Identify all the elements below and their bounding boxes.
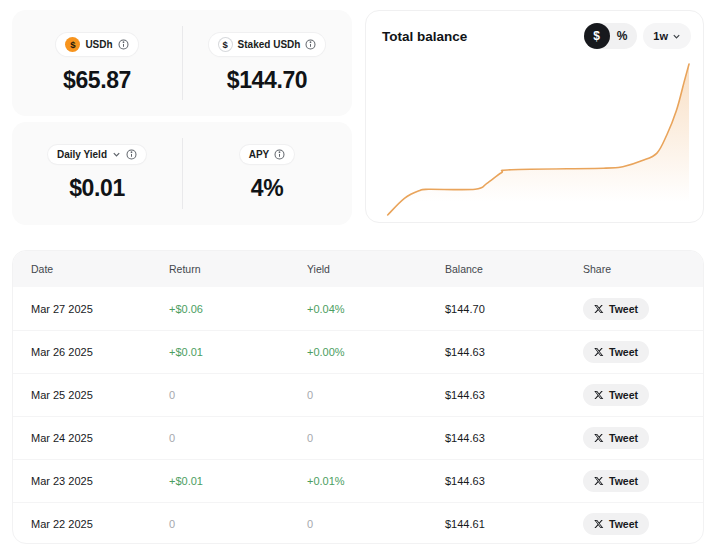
tweet-button-label: Tweet: [609, 518, 638, 530]
table-row: Mar 22 2025 0 0 $144.61 Tweet: [13, 502, 703, 544]
apy-label: APY: [249, 149, 270, 160]
table-header-row: Date Return Yield Balance Share: [13, 251, 703, 287]
balances-card: $ USDh $65.87 $ Staked USDh $144.70: [12, 10, 352, 116]
staked-usdh-badge[interactable]: $ Staked USDh: [209, 33, 326, 56]
usdh-badge[interactable]: $ USDh: [56, 33, 137, 56]
x-logo-icon: [594, 347, 604, 357]
staked-usdh-stat: $ Staked USDh $144.70: [182, 10, 352, 116]
column-header-share: Share: [583, 263, 685, 275]
row-yield: +0.01%: [307, 475, 445, 487]
tweet-button[interactable]: Tweet: [583, 298, 649, 320]
row-balance: $144.63: [445, 432, 583, 444]
row-yield: 0: [307, 518, 445, 530]
x-logo-icon: [594, 390, 604, 400]
daily-yield-value: $0.01: [69, 175, 125, 202]
history-table: Date Return Yield Balance Share Mar 27 2…: [12, 250, 704, 544]
row-return: +$0.01: [169, 475, 307, 487]
apy-value: 4%: [251, 175, 283, 202]
row-date: Mar 24 2025: [31, 432, 169, 444]
x-logo-icon: [594, 304, 604, 314]
table-row: Mar 27 2025 +$0.06 +0.04% $144.70 Tweet: [13, 287, 703, 330]
unit-toggle: $ %: [584, 23, 638, 49]
usdh-stat: $ USDh $65.87: [12, 10, 182, 116]
usdh-coin-icon: $: [65, 37, 80, 52]
daily-yield-stat: Daily Yield $0.01: [12, 122, 182, 225]
column-header-yield: Yield: [307, 263, 445, 275]
table-row: Mar 25 2025 0 0 $144.63 Tweet: [13, 373, 703, 416]
row-date: Mar 27 2025: [31, 303, 169, 315]
daily-yield-label: Daily Yield: [57, 149, 107, 160]
range-label: 1w: [653, 30, 668, 42]
info-icon[interactable]: [305, 39, 316, 50]
tweet-button-label: Tweet: [609, 475, 638, 487]
info-icon[interactable]: [126, 149, 137, 160]
row-balance: $144.63: [445, 475, 583, 487]
staked-usdh-coin-icon: $: [218, 37, 233, 52]
tweet-button[interactable]: Tweet: [583, 427, 649, 449]
row-balance: $144.63: [445, 346, 583, 358]
apy-stat: APY 4%: [182, 122, 352, 225]
tweet-button-label: Tweet: [609, 389, 638, 401]
row-yield: +0.04%: [307, 303, 445, 315]
chevron-down-icon: [672, 32, 681, 41]
x-logo-icon: [594, 476, 604, 486]
tweet-button-label: Tweet: [609, 432, 638, 444]
table-row: Mar 24 2025 0 0 $144.63 Tweet: [13, 416, 703, 459]
staked-usdh-label: Staked USDh: [238, 39, 301, 50]
divider: [182, 138, 183, 209]
unit-percent-option[interactable]: %: [610, 29, 638, 43]
tweet-button-label: Tweet: [609, 303, 638, 315]
tweet-button[interactable]: Tweet: [583, 470, 649, 492]
yield-apy-card: Daily Yield $0.01 APY: [12, 122, 352, 225]
column-header-return: Return: [169, 263, 307, 275]
chevron-down-icon: [112, 150, 121, 159]
usdh-value: $65.87: [63, 67, 131, 94]
row-yield: +0.00%: [307, 346, 445, 358]
row-return: +$0.06: [169, 303, 307, 315]
row-date: Mar 26 2025: [31, 346, 169, 358]
table-row: Mar 26 2025 +$0.01 +0.00% $144.63 Tweet: [13, 330, 703, 373]
row-balance: $144.61: [445, 518, 583, 530]
total-balance-card: Total balance $ % 1w: [365, 10, 704, 223]
info-icon[interactable]: [118, 39, 129, 50]
usdh-label: USDh: [85, 39, 112, 50]
row-yield: 0: [307, 432, 445, 444]
staked-usdh-value: $144.70: [227, 67, 307, 94]
range-dropdown[interactable]: 1w: [643, 23, 691, 49]
tweet-button[interactable]: Tweet: [583, 384, 649, 406]
daily-yield-dropdown[interactable]: Daily Yield: [48, 145, 146, 164]
x-logo-icon: [594, 519, 604, 529]
dashboard-page: $ USDh $65.87 $ Staked USDh $144.70: [0, 0, 716, 551]
divider: [182, 26, 183, 100]
row-yield: 0: [307, 389, 445, 401]
row-return: 0: [169, 518, 307, 530]
chart-title: Total balance: [382, 29, 467, 44]
column-header-balance: Balance: [445, 263, 583, 275]
x-logo-icon: [594, 433, 604, 443]
apy-badge[interactable]: APY: [240, 145, 295, 164]
row-date: Mar 25 2025: [31, 389, 169, 401]
row-date: Mar 23 2025: [31, 475, 169, 487]
row-return: 0: [169, 432, 307, 444]
table-row: Mar 23 2025 +$0.01 +0.01% $144.63 Tweet: [13, 459, 703, 502]
row-balance: $144.63: [445, 389, 583, 401]
row-balance: $144.70: [445, 303, 583, 315]
tweet-button[interactable]: Tweet: [583, 513, 649, 535]
row-return: 0: [169, 389, 307, 401]
table-body: Mar 27 2025 +$0.06 +0.04% $144.70 Tweet …: [13, 287, 703, 544]
unit-dollar-option[interactable]: $: [584, 23, 610, 49]
row-date: Mar 22 2025: [31, 518, 169, 530]
tweet-button[interactable]: Tweet: [583, 341, 649, 363]
balance-area-chart[interactable]: [374, 57, 695, 217]
tweet-button-label: Tweet: [609, 346, 638, 358]
info-icon[interactable]: [274, 149, 285, 160]
row-return: +$0.01: [169, 346, 307, 358]
column-header-date: Date: [31, 263, 169, 275]
